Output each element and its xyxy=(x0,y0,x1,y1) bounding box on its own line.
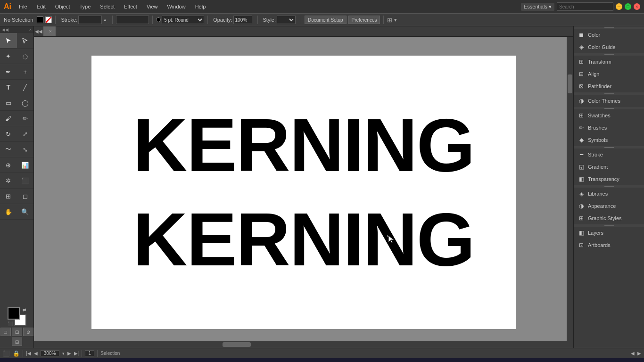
toolbar-extra-icon[interactable]: ⊞ xyxy=(387,16,392,24)
panel-item-appearance[interactable]: ◑ Appearance xyxy=(574,200,644,212)
page-input[interactable] xyxy=(85,350,94,356)
direct-selection-tool[interactable] xyxy=(17,33,34,48)
width-tool[interactable]: ⤡ xyxy=(17,142,34,157)
rotate-tool[interactable]: ↻ xyxy=(0,126,17,141)
zoom-tool[interactable]: 🔍 xyxy=(17,204,34,219)
nav-arrow-left[interactable]: ◀ xyxy=(631,351,635,356)
stroke-color-swatch[interactable] xyxy=(45,16,52,23)
panel-item-align[interactable]: ⊟ Align xyxy=(574,68,644,80)
nav-last-button[interactable]: ▶| xyxy=(74,351,79,356)
vertical-scrollbar-thumb[interactable] xyxy=(568,74,572,93)
chart-tool[interactable]: 📊 xyxy=(17,157,34,173)
panel-item-transparency[interactable]: ◧ Transparency xyxy=(574,173,644,185)
menu-type[interactable]: Type xyxy=(76,3,95,10)
menu-edit[interactable]: Edit xyxy=(33,3,50,10)
slice-tool[interactable]: ⊞ xyxy=(0,189,17,204)
rect-tool[interactable]: ▭ xyxy=(0,95,17,110)
horizontal-scrollbar-thumb[interactable] xyxy=(223,342,251,347)
normal-mode-icon[interactable]: □ xyxy=(0,328,11,336)
tab-collapse-left[interactable]: ◀◀ xyxy=(34,26,43,36)
menu-effect[interactable]: Effect xyxy=(120,3,141,10)
panel-item-brushes[interactable]: ✏ Brushes xyxy=(574,122,644,134)
fill-color[interactable] xyxy=(37,16,43,23)
menu-help[interactable]: Help xyxy=(191,3,210,10)
shape-builder-tool[interactable]: ⊕ xyxy=(0,157,17,173)
toolbar-arrow-icon[interactable]: ▾ xyxy=(394,17,397,23)
panel-item-gradient[interactable]: ◱ Gradient xyxy=(574,161,644,173)
brush-field[interactable] xyxy=(116,16,149,24)
line-tool[interactable]: ╱ xyxy=(17,80,34,95)
hand-tool[interactable]: ✋ xyxy=(0,204,17,219)
magic-wand-tool[interactable]: ✦ xyxy=(0,49,17,64)
menu-view[interactable]: View xyxy=(143,3,162,10)
menu-object[interactable]: Object xyxy=(51,3,74,10)
horizontal-scrollbar[interactable] xyxy=(34,341,567,348)
search-input[interactable] xyxy=(557,2,613,11)
sticky-notes-button[interactable] xyxy=(97,359,114,362)
panel-item-libraries[interactable]: ◈ Libraries xyxy=(574,188,644,200)
pen-tool[interactable]: ✒ xyxy=(0,64,17,79)
essentials-dropdown[interactable]: Essentials ▾ xyxy=(521,3,554,11)
swap-colors-icon[interactable]: ⇄ xyxy=(23,307,26,312)
panel-item-artboards[interactable]: ⊡ Artboards xyxy=(574,239,644,251)
start-button[interactable] xyxy=(3,359,20,362)
chrome-taskbar-button[interactable] xyxy=(59,359,76,362)
menu-select[interactable]: Select xyxy=(96,3,118,10)
eraser-tool[interactable]: ◻ xyxy=(17,189,34,204)
close-button[interactable]: × xyxy=(634,3,640,10)
preferences-button[interactable]: Preferences xyxy=(348,16,380,24)
ellipse-tool[interactable]: ◯ xyxy=(17,95,34,110)
nav-arrow-right[interactable]: ▶ xyxy=(637,351,641,356)
menu-file[interactable]: File xyxy=(15,3,31,10)
style-select[interactable] xyxy=(277,16,296,24)
canvas-wrapper[interactable]: KERNING KERNING xyxy=(34,37,573,348)
maximize-button[interactable]: □ xyxy=(625,3,631,10)
lasso-tool[interactable]: ◌ xyxy=(17,49,34,64)
zoom-input[interactable] xyxy=(41,350,59,356)
column-graph-tool[interactable]: ⬛ xyxy=(17,173,34,188)
tab-close-icon[interactable]: × xyxy=(49,29,52,34)
panel-item-graphic-styles[interactable]: ⊞ Graphic Styles xyxy=(574,212,644,224)
menu-window[interactable]: Window xyxy=(164,3,190,10)
illustrator-taskbar-button[interactable]: Ai xyxy=(116,359,133,362)
default-colors-icon[interactable]: ⬛ xyxy=(8,321,13,326)
nav-prev-button[interactable]: ◀ xyxy=(34,351,38,356)
panel-item-stroke[interactable]: ━ Stroke xyxy=(574,148,644,161)
brush-type-select[interactable]: 5 pt. Round xyxy=(162,16,204,24)
panel-item-pathfinder[interactable]: ⊠ Pathfinder xyxy=(574,80,644,92)
add-anchor-tool[interactable]: + xyxy=(17,64,34,79)
panel-item-transform[interactable]: ⊞ Transform xyxy=(574,56,644,68)
selection-tool[interactable] xyxy=(0,33,17,48)
scale-tool[interactable]: ⤢ xyxy=(17,126,34,141)
panel-item-color[interactable]: ◼ Color xyxy=(574,29,644,41)
warp-tool[interactable]: 〜 xyxy=(0,142,17,157)
tools-collapse-left[interactable]: ◀◀ xyxy=(2,27,8,32)
gradient-mode-icon[interactable]: ⊡ xyxy=(12,328,22,336)
stroke-arrow-up[interactable]: ▲ xyxy=(103,17,107,22)
explorer-taskbar-button[interactable] xyxy=(78,359,95,362)
document-tab[interactable]: × xyxy=(43,26,56,36)
document-setup-button[interactable]: Document Setup xyxy=(305,16,347,24)
pencil-tool[interactable]: ✏ xyxy=(17,111,34,126)
zoom-arrow[interactable]: ▾ xyxy=(62,351,65,356)
text-tool[interactable]: T xyxy=(0,80,17,95)
panel-item-color-guide[interactable]: ◈ Color Guide xyxy=(574,41,644,53)
panel-item-symbols[interactable]: ◆ Symbols xyxy=(574,134,644,146)
paintbrush-tool[interactable]: 🖌 xyxy=(0,111,17,126)
opacity-input[interactable] xyxy=(233,16,252,24)
task-view-button[interactable] xyxy=(41,359,58,362)
symbols-sprayer-tool[interactable]: ✲ xyxy=(0,173,17,188)
vertical-scrollbar[interactable] xyxy=(567,37,573,348)
panel-item-layers[interactable]: ◧ Layers xyxy=(574,227,644,239)
minimize-button[interactable]: ─ xyxy=(616,3,622,10)
panel-item-swatches[interactable]: ⊞ Swatches xyxy=(574,109,644,122)
tools-collapse-x[interactable]: × xyxy=(29,27,32,32)
stroke-input[interactable] xyxy=(78,16,102,24)
pattern-mode-icon[interactable]: ⊘ xyxy=(23,328,33,336)
panel-item-color-themes[interactable]: ◑ Color Themes xyxy=(574,95,644,107)
nav-first-button[interactable]: |◀ xyxy=(26,351,31,356)
nav-next-button[interactable]: ▶ xyxy=(67,351,71,356)
search-taskbar-button[interactable] xyxy=(22,359,39,362)
foreground-color-box[interactable] xyxy=(8,307,20,320)
change-screen-mode-icon[interactable]: ⊟ xyxy=(12,337,22,346)
